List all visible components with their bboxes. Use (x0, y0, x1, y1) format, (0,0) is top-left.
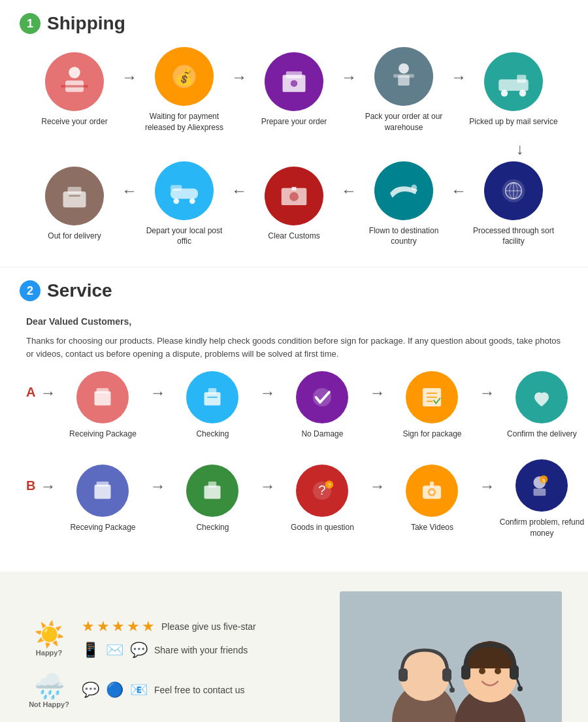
svg-rect-52 (430, 482, 434, 487)
step9-icon (374, 161, 433, 220)
sa2-icon (186, 371, 238, 423)
shipping-number: 1 (20, 13, 41, 34)
arrow-b-start: → (40, 477, 56, 521)
shipping-row-1: Receive your order → 💰 Waiting for payme… (20, 47, 568, 133)
shipping-section: 1 Shipping Receive your order → 💰 (0, 0, 588, 267)
share-text: Share with your friends (154, 645, 248, 655)
step3-label: Prepare your order (261, 116, 327, 127)
svg-rect-6 (286, 72, 302, 79)
svg-rect-32 (97, 388, 109, 393)
sa2-label: Checking (196, 429, 229, 440)
shipping-step-3: Prepare your order (248, 52, 340, 127)
arrow-b-3-4: → (369, 477, 385, 521)
row-b-label: B (26, 478, 35, 519)
sb2-label: Checking (196, 522, 229, 533)
skype-icon: 🔵 (106, 681, 123, 698)
sb2-icon (186, 465, 238, 517)
contact-row: 💬 🔵 📧 Feel free to contact us (82, 681, 245, 698)
arrow-b-4-5: → (479, 477, 495, 521)
arrow-a-3-4: → (369, 384, 385, 428)
arrow-down: ↓ (20, 140, 568, 158)
chat-icon: 💬 (130, 642, 148, 659)
svg-rect-24 (292, 187, 297, 190)
svg-point-23 (289, 192, 299, 201)
svg-point-69 (517, 686, 523, 691)
service-number: 2 (20, 280, 41, 301)
arrow-a-1-2: → (150, 384, 165, 428)
share-row: 📱 ✉️ 💬 Share with your friends (82, 642, 256, 659)
svg-rect-41 (95, 485, 111, 499)
service-title: 2 Service (20, 280, 568, 301)
svg-point-8 (399, 63, 409, 74)
shipping-step-6: Out for delivery (29, 167, 120, 242)
svg-rect-34 (208, 388, 217, 394)
service-a-step-5: Confirm the delivery (496, 371, 587, 440)
svg-rect-17 (69, 195, 80, 197)
cloud-rain-icon: 🌧️ (34, 672, 65, 700)
arrow-4-5: → (451, 68, 466, 112)
sb4-label: Take Videos (411, 522, 453, 533)
step4-icon (374, 47, 433, 106)
shipping-step-4: Pack your order at our warehouse (358, 47, 449, 133)
shipping-step-8: Clear Customs (248, 167, 340, 242)
service-a-step-4: Sign for package (386, 371, 478, 440)
service-b-step-2: Checking (167, 465, 258, 533)
row-a-label: A (26, 385, 35, 426)
arrow-10-9: ← (451, 182, 466, 226)
svg-point-51 (430, 491, 434, 495)
svg-rect-66 (461, 665, 470, 680)
messenger-icon: 💬 (82, 681, 99, 698)
sb3-icon: ? ? (296, 465, 348, 517)
svg-point-12 (501, 90, 508, 97)
greeting-text: Dear Valued Customers, (26, 314, 562, 329)
sb5-label: Confirm problem, refund money (496, 517, 587, 539)
svg-point-70 (479, 668, 485, 674)
svg-rect-56 (534, 489, 546, 496)
sa1-icon (76, 371, 129, 423)
step8-icon (265, 167, 323, 225)
service-a-step-3: No Damage (276, 371, 368, 440)
sa5-label: Confirm the delivery (507, 429, 577, 440)
contact-icons: 💬 🔵 📧 (82, 681, 148, 698)
shipping-row-2: Out for delivery ← Depart your local pos… (20, 161, 568, 248)
svg-rect-2 (61, 86, 88, 88)
email-icon: ✉️ (106, 642, 123, 659)
service-b-step-4: Take Videos (386, 465, 478, 533)
step7-label: Depart your local post offic (139, 225, 230, 248)
sb5-icon: $ (515, 459, 568, 512)
arrow-3-4: → (341, 68, 357, 112)
arrow-b-1-2: → (150, 477, 165, 521)
sa3-label: No Damage (301, 429, 343, 440)
mail-icon: 📧 (130, 681, 148, 698)
not-happy-row: 🌧️ Not Happy? 💬 🔵 📧 Feel free to contact… (26, 672, 340, 708)
sb1-label: Receving Package (70, 522, 135, 533)
step1-icon (45, 52, 104, 111)
svg-point-71 (495, 668, 501, 674)
arrow-a-4-5: → (479, 384, 495, 428)
step2-icon: 💰 (155, 47, 214, 106)
sb1-icon (76, 465, 129, 517)
svg-point-20 (189, 198, 195, 204)
bottom-section: ☀️ Happy? ★ ★ ★ ★ ★ Please give us five-… (0, 572, 588, 722)
svg-point-63 (449, 687, 455, 693)
step10-icon (484, 161, 543, 220)
service-text: Dear Valued Customers, Thanks for choosi… (20, 314, 568, 361)
service-row-a: A → Receiving Package → Checking → (20, 371, 568, 440)
svg-point-25 (411, 184, 417, 190)
service-row-b: B → Receving Package → Checking → (20, 459, 568, 539)
five-star-text: Please give us five-star (161, 621, 256, 632)
svg-rect-15 (63, 191, 86, 208)
service-a-step-2: Checking (167, 371, 258, 440)
step4-label: Pack your order at our warehouse (358, 111, 449, 133)
arrow-1-2: → (122, 68, 137, 112)
service-message: Thanks for choosing our products. Please… (26, 335, 562, 362)
svg-point-0 (69, 67, 80, 79)
arrow-8-7: ← (231, 182, 247, 226)
service-a-step-1: Receiving Package (57, 371, 148, 440)
step5-icon (484, 52, 543, 111)
contact-text: Feel free to contact us (154, 685, 245, 695)
svg-rect-67 (510, 665, 519, 680)
shipping-title: 1 Shipping (20, 13, 568, 34)
step3-icon (265, 52, 323, 111)
svg-point-13 (519, 90, 527, 97)
